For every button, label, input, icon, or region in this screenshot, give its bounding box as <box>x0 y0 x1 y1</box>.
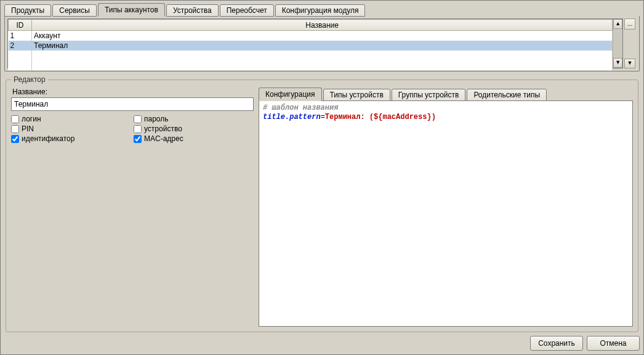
col-header-name[interactable]: Название <box>32 20 613 31</box>
table-row-empty <box>9 60 613 70</box>
scroll-down-icon[interactable]: ▼ <box>613 58 622 68</box>
check-pin-box[interactable] <box>11 125 19 133</box>
tab-recalc[interactable]: Переобсчет <box>220 4 274 17</box>
check-mac[interactable]: MAC-адрес <box>134 134 254 143</box>
check-mac-box[interactable] <box>134 135 142 143</box>
config-equals: = <box>321 113 325 121</box>
check-device[interactable]: устройство <box>134 124 254 133</box>
account-types-table-wrap: ID Название 1 Аккаунт 2 Терминал <box>7 18 623 68</box>
table-vscroll[interactable]: ▲ ▼ <box>613 19 622 68</box>
tab-account-types[interactable]: Типы аккаунтов <box>98 3 165 17</box>
tab-module-config[interactable]: Конфигурация модуля <box>275 4 366 17</box>
check-mac-label: MAC-адрес <box>144 134 183 143</box>
save-button[interactable]: Сохранить <box>530 336 583 351</box>
table-row-empty <box>9 51 613 60</box>
editor-subtab-bar: Конфигурация Типы устройств Группы устро… <box>259 88 633 101</box>
col-header-id[interactable]: ID <box>9 20 32 31</box>
config-value: Терминал: (${macAddress}) <box>325 113 436 121</box>
name-input[interactable] <box>11 97 254 111</box>
attribute-checkbox-grid: логин пароль PIN устройство идентификато… <box>11 115 254 143</box>
check-login-label: логин <box>22 115 41 123</box>
module-config-window: Продукты Сервисы Типы аккаунтов Устройст… <box>0 0 644 355</box>
editor-left-column: Название: логин пароль PIN устройство <box>11 88 254 327</box>
subtab-device-types[interactable]: Типы устройств <box>323 89 390 101</box>
check-device-label: устройство <box>144 124 182 133</box>
table-side-buttons: ... ▼ <box>624 18 637 68</box>
tab-devices[interactable]: Устройства <box>166 4 219 17</box>
config-key: title.pattern <box>263 113 321 121</box>
table-row[interactable]: 2 Терминал <box>9 41 613 51</box>
config-text-area[interactable]: # шаблон названия title.pattern=Терминал… <box>259 100 633 327</box>
subtab-device-groups[interactable]: Группы устройств <box>392 89 466 101</box>
check-pin[interactable]: PIN <box>11 124 131 133</box>
editor-right-column: Конфигурация Типы устройств Группы устро… <box>259 88 633 327</box>
check-identifier[interactable]: идентификатор <box>11 134 131 143</box>
config-comment: # шаблон названия <box>263 104 338 112</box>
check-device-box[interactable] <box>134 125 142 133</box>
cell-name: Аккаунт <box>32 31 613 41</box>
name-label: Название: <box>11 88 254 96</box>
check-identifier-label: идентификатор <box>22 134 74 143</box>
dialog-button-row: Сохранить Отмена <box>4 336 640 351</box>
scroll-down-icon[interactable]: ▼ <box>624 59 635 68</box>
top-tabbar: Продукты Сервисы Типы аккаунтов Устройст… <box>4 3 640 17</box>
subtab-parent-types[interactable]: Родительские типы <box>467 89 547 101</box>
more-button[interactable]: ... <box>624 18 635 30</box>
check-login[interactable]: логин <box>11 115 131 123</box>
tab-products[interactable]: Продукты <box>4 4 51 17</box>
check-password[interactable]: пароль <box>134 115 254 123</box>
account-types-panel: ID Название 1 Аккаунт 2 Терминал <box>4 16 640 71</box>
editor-fieldset: Редактор Название: логин пароль PIN <box>6 75 638 332</box>
cell-id: 2 <box>9 41 32 51</box>
subtab-config[interactable]: Конфигурация <box>259 88 322 101</box>
tab-services[interactable]: Сервисы <box>52 4 97 17</box>
scroll-track[interactable] <box>613 29 622 58</box>
check-pin-label: PIN <box>22 124 34 133</box>
check-password-label: пароль <box>144 115 169 123</box>
cell-id: 1 <box>9 31 32 41</box>
account-types-table[interactable]: ID Название 1 Аккаунт 2 Терминал <box>8 19 613 70</box>
check-login-box[interactable] <box>11 115 19 123</box>
editor-legend: Редактор <box>11 75 48 84</box>
table-row[interactable]: 1 Аккаунт <box>9 31 613 41</box>
scroll-up-icon[interactable]: ▲ <box>613 19 622 29</box>
check-identifier-box[interactable] <box>11 135 19 143</box>
check-password-box[interactable] <box>134 115 142 123</box>
cancel-button[interactable]: Отмена <box>587 336 640 351</box>
cell-name: Терминал <box>32 41 613 51</box>
